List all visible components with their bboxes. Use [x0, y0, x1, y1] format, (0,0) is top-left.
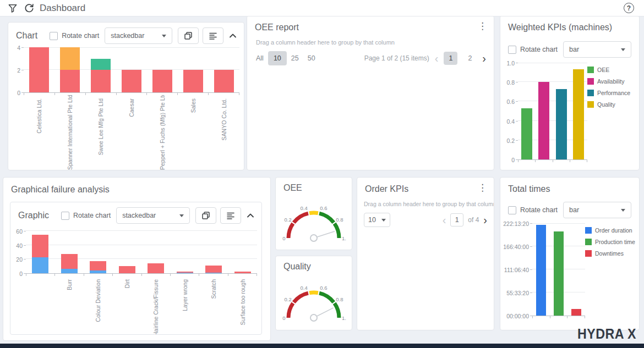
plot-area — [26, 229, 257, 274]
bar-stack — [573, 69, 584, 159]
gauge-tick-label: 0.2 — [284, 296, 291, 302]
rotate-chart-checkbox[interactable] — [50, 32, 58, 40]
bar-segment — [91, 59, 111, 70]
rotate-chart-checkbox[interactable] — [61, 212, 69, 220]
rotate-chart-label: Rotate chart — [520, 206, 558, 214]
bar — [571, 309, 582, 316]
gauge-zone — [288, 303, 293, 318]
category-label: Caesar — [128, 98, 135, 117]
gauge-tick-label: 0 — [282, 315, 285, 321]
legend-item[interactable]: Performance — [587, 90, 636, 96]
collapse-panel-icon[interactable] — [246, 212, 255, 219]
gauge-tick-label: 0.2 — [284, 217, 291, 223]
chart-type-select[interactable]: stackedbar — [105, 27, 172, 44]
rotate-chart-label: Rotate chart — [73, 212, 111, 219]
legend-item[interactable]: Order duration — [585, 227, 637, 234]
filter-icon[interactable] — [4, 1, 21, 16]
legend-toggle-button[interactable] — [203, 27, 223, 44]
category-label: Layer wrong — [182, 279, 188, 311]
legend-item[interactable]: Availability — [587, 78, 636, 85]
rotate-chart-checkbox[interactable] — [508, 46, 516, 54]
chart-type-select[interactable]: stackedbar — [116, 207, 190, 224]
kebab-menu-icon[interactable]: ⋮ — [478, 184, 487, 192]
bar-column — [113, 229, 142, 273]
panel-title: Weighted KPIs (machines) — [508, 23, 612, 32]
bar-segment — [148, 263, 164, 273]
page-size-select[interactable]: 10 — [364, 213, 390, 227]
chevron-down-icon — [381, 219, 386, 222]
oee-gauge-panel: OEE 00.20.40.60.81. — [275, 177, 352, 250]
chart-type-select[interactable]: bar — [563, 41, 631, 58]
gauge-needle-hub — [310, 314, 317, 321]
bar-stack — [521, 108, 532, 159]
chart-type-select[interactable]: bar — [563, 202, 631, 218]
rotate-chart-label: Rotate chart — [62, 32, 99, 40]
x-label-cell: Caesar — [116, 95, 147, 170]
bar-column — [532, 224, 550, 316]
bar — [521, 108, 532, 159]
bar-stack — [32, 235, 48, 273]
legend-swatch — [585, 250, 592, 257]
page-button-2[interactable]: 2 — [463, 52, 477, 65]
current-page-input[interactable]: 1 — [450, 213, 463, 227]
page-size-50[interactable]: 50 — [303, 51, 320, 65]
failure-analysis-panel: Graphical failure analysis Graphic Rotat… — [3, 177, 271, 341]
page-size-25[interactable]: 25 — [287, 51, 303, 65]
next-page-icon[interactable]: › — [483, 216, 487, 224]
prev-page-icon[interactable]: ‹ — [443, 216, 446, 224]
y-tick-label: 2 — [17, 67, 20, 74]
bar-segment — [32, 257, 48, 273]
refresh-icon[interactable] — [21, 1, 37, 16]
bar-column — [85, 48, 116, 92]
legend-item[interactable]: Quality — [587, 101, 636, 108]
gauge-zone — [288, 224, 293, 238]
group-drop-hint: Drag a column header here to group by th… — [357, 194, 494, 207]
x-tick-mark — [536, 160, 553, 162]
duplicate-panel-button[interactable] — [178, 27, 199, 44]
hydra-x-logo: HYDRA X — [577, 326, 636, 342]
bar-column — [228, 229, 258, 273]
rotate-chart-checkbox[interactable] — [508, 206, 516, 214]
legend-toggle-button[interactable] — [220, 207, 241, 224]
x-label-cell: Celestica Ltd. — [24, 95, 54, 170]
bar-segment — [177, 273, 193, 273]
gauge-dial: 00.20.40.60.81. — [280, 202, 347, 244]
bar-stack — [205, 266, 222, 273]
page-button-1[interactable]: 1 — [444, 52, 457, 65]
x-label-cell: Burr — [55, 276, 84, 335]
legend-item[interactable]: OEE — [587, 67, 636, 73]
bar-stack — [29, 47, 49, 92]
category-label: SANYO Co. Ltd. — [221, 98, 227, 140]
category-label: Swee Lee Mfg Pte Ltd — [97, 98, 104, 155]
gauge-zone — [309, 292, 318, 293]
panel-title: Order KPIs — [365, 184, 408, 194]
bars-container — [532, 224, 585, 316]
x-tick-mark — [570, 160, 587, 162]
category-label: Dirt — [124, 279, 130, 288]
bar-stack — [183, 70, 203, 92]
chart-type-value: stackedbar — [122, 212, 156, 219]
bar-segment — [122, 70, 141, 92]
next-page-icon[interactable]: › — [482, 54, 486, 62]
bar-column — [550, 224, 567, 316]
bar-segment — [91, 70, 111, 92]
chart-legend: OEEAvailabilityPerformanceQuality — [587, 63, 636, 113]
bar-stack — [536, 225, 547, 316]
page-size-all[interactable]: All — [252, 51, 268, 65]
duplicate-panel-button[interactable] — [195, 207, 216, 224]
subpanel-title: Graphic — [18, 211, 49, 220]
legend-item[interactable]: Downtimes — [585, 250, 637, 257]
bar-column — [116, 48, 147, 92]
legend-swatch — [587, 67, 594, 73]
gauge-dial: 00.20.40.60.81. — [280, 281, 347, 323]
bar-column — [26, 229, 55, 273]
legend-item[interactable]: Production time — [585, 239, 637, 245]
collapse-panel-icon[interactable] — [228, 32, 237, 40]
panel-title: Graphical failure analysis — [11, 185, 110, 195]
x-label-cell: Spanner International Pte Ltd — [54, 95, 85, 170]
help-icon[interactable]: ? — [624, 3, 634, 13]
page-size-10[interactable]: 10 — [268, 51, 287, 65]
bar-column — [24, 48, 54, 92]
prev-page-icon[interactable]: ‹ — [435, 54, 439, 62]
kebab-menu-icon[interactable]: ⋮ — [478, 23, 487, 30]
